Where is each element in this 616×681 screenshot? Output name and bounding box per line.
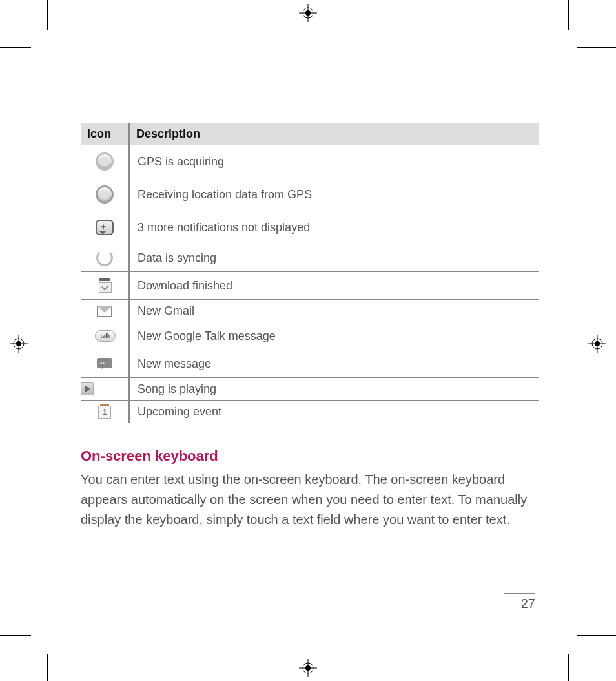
icon-description: Upcoming event (129, 401, 539, 423)
new-message-icon: •• (81, 350, 129, 378)
icon-description: Song is playing (129, 378, 539, 401)
song-playing-icon (81, 378, 129, 401)
table-row: ••New message (81, 350, 539, 378)
table-row: talkNew Google Talk message (81, 322, 539, 350)
crop-mark (0, 47, 31, 48)
registration-mark-icon (10, 335, 28, 353)
gmail-icon (81, 300, 129, 322)
registration-mark-icon (299, 4, 317, 22)
icon-description: Download finished (129, 272, 539, 300)
crop-mark (568, 0, 569, 30)
sync-icon (81, 244, 129, 272)
section-body: You can enter text using the on-screen k… (81, 470, 539, 530)
table-row: +3 more notifications not displayed (81, 211, 539, 244)
table-row: New Gmail (81, 300, 539, 322)
manual-page: Icon Description GPS is acquiringReceivi… (0, 0, 616, 681)
icon-description: New Google Talk message (129, 322, 539, 350)
crop-mark (0, 635, 31, 636)
registration-mark-icon (588, 335, 606, 353)
crop-mark (577, 635, 616, 636)
crop-mark (47, 0, 48, 30)
page-number-rule (504, 593, 535, 594)
table-row: Data is syncing (81, 244, 539, 272)
crop-mark (568, 654, 569, 681)
icon-description: Receiving location data from GPS (129, 178, 539, 211)
icon-description: 3 more notifications not displayed (129, 211, 539, 244)
table-row: Song is playing (81, 378, 539, 401)
gps-acquiring-icon (81, 145, 129, 178)
icon-description-table: Icon Description GPS is acquiringReceivi… (81, 123, 539, 423)
page-number-block: 27 (504, 593, 535, 611)
more-notifications-icon: + (81, 211, 129, 244)
table-header-description: Description (129, 123, 539, 145)
gps-receiving-icon (81, 178, 129, 211)
page-number: 27 (504, 596, 535, 611)
upcoming-event-icon: 1 (81, 401, 129, 423)
registration-mark-icon (299, 659, 317, 677)
section-heading: On-screen keyboard (81, 448, 539, 465)
table-header-icon: Icon (81, 123, 129, 145)
google-talk-icon: talk (81, 322, 129, 350)
table-row: Receiving location data from GPS (81, 178, 539, 211)
crop-mark (577, 47, 616, 48)
icon-description: Data is syncing (129, 244, 539, 272)
crop-mark (47, 654, 48, 681)
icon-description: New message (129, 350, 539, 378)
icon-description: GPS is acquiring (129, 145, 539, 178)
icon-description: New Gmail (129, 300, 539, 322)
table-row: Download finished (81, 272, 539, 300)
table-row: GPS is acquiring (81, 145, 539, 178)
download-finished-icon (81, 272, 129, 300)
page-content: Icon Description GPS is acquiringReceivi… (81, 123, 539, 530)
table-row: 1Upcoming event (81, 401, 539, 423)
